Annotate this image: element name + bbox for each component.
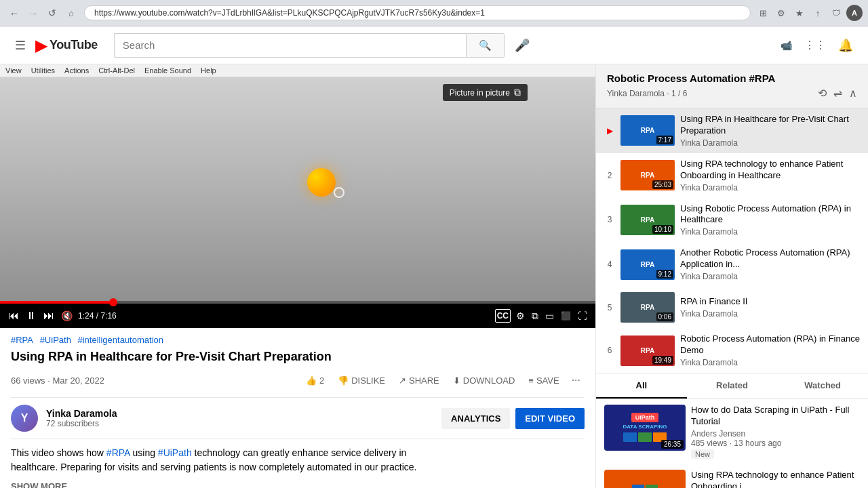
more-button[interactable]: ··· [568,370,585,390]
bell-button[interactable]: 🔔 [834,34,857,57]
pip-button[interactable]: ⬛ [559,310,572,322]
context-help[interactable]: Help [201,66,216,75]
create-button[interactable]: 📹 [776,36,796,55]
browser-profile[interactable]: A [846,5,863,21]
desc-link-rpa[interactable]: #RPA [106,447,130,458]
playlist-num-6: 6 [604,346,615,355]
edit-video-button[interactable]: EDIT VIDEO [515,408,585,429]
playlist-item-channel-2: Yinka Daramola [680,183,860,192]
playlist-item-5[interactable]: 5 RPA 0:06 RPA in Finance II Yinka Daram… [596,287,868,328]
sidebar: Robotic Process Automation #RPA Yinka Da… [595,64,868,488]
thumbs-up-icon: 👍 [306,375,317,386]
playlist-item-4[interactable]: 4 RPA 9:12 Another Robotic Process Autom… [596,242,868,287]
download-button[interactable]: ⬇ DOWNLOAD [448,371,521,390]
context-ctrl-alt-del[interactable]: Ctrl-Alt-Del [98,66,135,75]
playlist-collapse-button[interactable]: ∧ [849,87,857,100]
show-more-btn[interactable]: SHOW MORE [11,480,585,488]
cursor-indicator [334,187,344,198]
rec-video-2[interactable]: RPA 25:03 Using RPA technology to enhanc… [596,464,868,488]
tag-intelligent[interactable]: #intelligentautomation [78,335,163,345]
yt-logo[interactable]: ▶ YouTube [35,36,98,55]
channel-name[interactable]: Yinka Daramola [46,408,117,419]
browser-action-1[interactable]: ⊞ [755,5,771,21]
video-player[interactable]: Picture in picture ⧉ [0,77,595,301]
channel-avatar[interactable]: Y [11,405,38,432]
rec-video-1[interactable]: UiPath DATA SCRAPING 26:35 How to do Dat… [596,399,868,464]
browser-action-4[interactable]: ↑ [810,5,826,21]
save-button[interactable]: ≡ SAVE [523,371,564,390]
video-title: Using RPA in Healthcare for Pre-Visit Ch… [11,349,585,365]
mute-button[interactable]: 🔇 [60,309,74,323]
progress-fill [0,301,113,304]
playlist-title: Robotic Process Automation #RPA [607,73,857,84]
thumb-duration-5: 0:06 [656,312,673,321]
playlist-num-2: 2 [604,171,615,180]
share-button[interactable]: ↗ SHARE [393,371,445,390]
playlist-item-6[interactable]: 6 RPA 19:49 Robotic Process Automation (… [596,328,868,373]
rec-meta-1: 485 views · 13 hours ago [691,439,860,448]
channel-left: Y Yinka Daramola 72 subscribers [11,405,117,432]
address-bar[interactable]: https://www.youtube.com/watch?v=JTdLrbhI… [84,5,751,20]
apps-button[interactable]: ⋮⋮ [800,35,830,56]
playlist-shuffle-button[interactable]: ⇌ [833,87,842,100]
playlist-item-info-4: Another Robotic Process Automation (RPA)… [680,247,860,281]
search-input[interactable] [114,33,466,58]
yt-logo-text: YouTube [50,38,98,52]
forward-button[interactable]: → [24,4,42,22]
rec-info-2: Using RPA technology to enhance Patient … [691,470,860,488]
rec-title-1: How to do Data Scraping in UiPath - Full… [691,405,860,428]
skip-forward-button[interactable]: ⏭ [42,308,56,323]
like-button[interactable]: 👍 2 [300,371,330,390]
browser-action-3[interactable]: ★ [791,5,808,21]
mic-button[interactable]: 🎤 [510,33,534,58]
context-enable-sound[interactable]: Enable Sound [144,66,191,75]
view-count: 66 views [11,375,45,386]
playlist-item-title-6: Robotic Process Automation (RPA) in Fina… [680,333,860,357]
video-controls: ⏮ ⏸ ⏭ 🔇 1:24 / 7:16 CC ⚙ ⧉ ▭ ⬛ ⛶ [0,304,595,328]
browser-toolbar: ← → ↺ ⌂ https://www.youtube.com/watch?v=… [0,0,868,26]
browser-action-2[interactable]: ⚙ [773,5,789,21]
captions-button[interactable]: CC [495,309,511,323]
browser-action-5[interactable]: 🛡 [828,5,844,21]
analytics-button[interactable]: ANALYTICS [441,408,510,429]
progress-bar-container[interactable] [0,301,595,304]
context-actions[interactable]: Actions [64,66,89,75]
tab-related[interactable]: Related [687,373,778,399]
back-button[interactable]: ← [5,4,23,22]
playlist-item-info-5: RPA in Finance II Yinka Daramola [680,296,860,319]
tag-uipath[interactable]: #UiPath [40,335,71,345]
playlist-item-title-5: RPA in Finance II [680,296,860,308]
playlist-list: ▶ RPA 7:17 Using RPA in Healthcare for P… [596,108,868,373]
description-area: This video shows how #RPA using #UiPath … [11,439,585,488]
playlist-item-title-1: Using RPA in Healthcare for Pre-Visit Ch… [680,114,860,137]
skip-back-button[interactable]: ⏮ [7,308,20,323]
tag-rpa[interactable]: #RPA [11,335,33,345]
settings-button[interactable]: ⚙ [515,309,526,323]
context-utilities[interactable]: Utilities [31,66,55,75]
home-button[interactable]: ⌂ [62,4,80,22]
miniplayer-button[interactable]: ⧉ [530,309,540,323]
search-area: 🔍 🎤 [114,33,534,58]
context-view[interactable]: View [5,66,22,75]
play-pause-button[interactable]: ⏸ [24,308,38,323]
theater-button[interactable]: ▭ [544,309,555,323]
playlist-num-3: 3 [604,215,615,224]
fullscreen-button[interactable]: ⛶ [576,309,589,323]
time-display: 1:24 / 7:16 [78,311,117,321]
pip-label: Picture in picture [450,88,510,98]
playlist-item-2[interactable]: 2 RPA 25:03 Using RPA technology to enha… [596,153,868,198]
search-button[interactable]: 🔍 [466,33,505,58]
rec-title-2: Using RPA technology to enhance Patient … [691,470,860,488]
tab-all[interactable]: All [596,373,687,399]
playlist-loop-button[interactable]: ⟲ [818,87,827,100]
playlist-item-1[interactable]: ▶ RPA 7:17 Using RPA in Healthcare for P… [596,108,868,153]
tab-watched[interactable]: Watched [777,373,868,399]
dislike-button[interactable]: 👎 DISLIKE [332,371,391,390]
menu-button[interactable]: ☰ [11,34,30,57]
refresh-button[interactable]: ↺ [43,4,61,22]
playlist-item-3[interactable]: 3 RPA 10:10 Using Robotic Process Automa… [596,198,868,243]
desc-link-uipath[interactable]: #UiPath [158,447,192,458]
browser-chrome: ← → ↺ ⌂ https://www.youtube.com/watch?v=… [0,0,868,26]
playlist-item-channel-6: Yinka Daramola [680,358,860,367]
playlist-item-info-1: Using RPA in Healthcare for Pre-Visit Ch… [680,114,860,148]
